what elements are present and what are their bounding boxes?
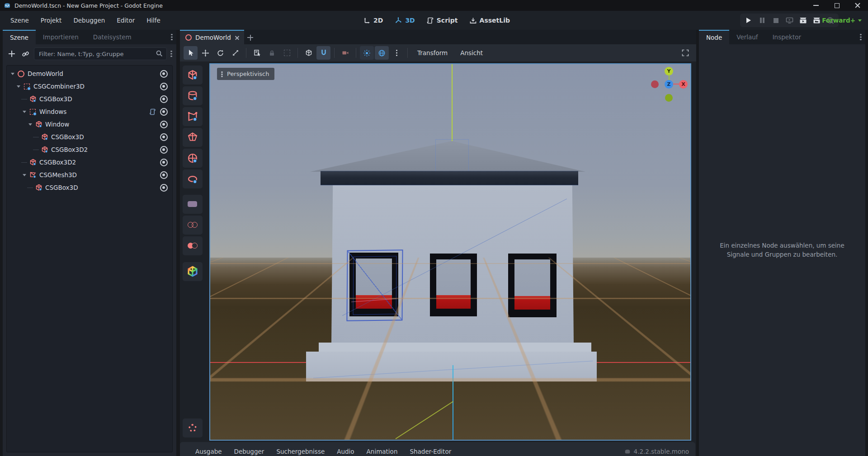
tab-assetlib[interactable]: AssetLib [470, 17, 510, 24]
csg-mesh-button[interactable] [183, 128, 203, 147]
play-custom-scene-button[interactable] [811, 14, 822, 26]
local-space-button[interactable] [302, 46, 316, 60]
environment-preview-button[interactable] [375, 46, 389, 60]
tab-script[interactable]: Script [427, 17, 458, 24]
tree-row-csgbox3d[interactable]: CSGBox3D [20, 93, 172, 105]
instance-scene-button[interactable] [20, 49, 30, 59]
pause-button[interactable] [756, 14, 768, 26]
boolean-union-button[interactable] [183, 195, 203, 214]
menu-dots-icon[interactable] [860, 34, 862, 41]
select-tool-button[interactable] [184, 46, 198, 60]
transform-menu[interactable]: Transform [411, 49, 453, 56]
tab-szene[interactable]: Szene [3, 30, 36, 44]
orientation-gizmo[interactable]: Y X Z [651, 66, 688, 103]
sun-preview-button[interactable] [360, 46, 374, 60]
close-button[interactable] [847, 0, 868, 11]
boolean-intersection-button[interactable] [183, 216, 203, 235]
tree-row-window[interactable]: Window [26, 118, 172, 131]
remote-debug-button[interactable] [783, 14, 795, 26]
menu-szene[interactable]: Szene [5, 14, 35, 26]
tab-3d[interactable]: 3D [395, 17, 415, 24]
visibility-toggle[interactable] [159, 108, 169, 116]
visibility-toggle[interactable] [159, 121, 169, 128]
visibility-toggle[interactable] [159, 83, 169, 90]
scale-tool-button[interactable] [228, 46, 242, 60]
tree-row-csgbox3d2[interactable]: CSGBox3D2 [20, 156, 172, 169]
menu-dots-icon[interactable] [170, 51, 172, 57]
tree-row-csgmesh3d[interactable]: CSGMesh3D [20, 169, 172, 181]
tab-suchergebnisse[interactable]: Suchergebnisse [276, 448, 325, 455]
gizmo-y-positive[interactable]: Y [665, 67, 673, 75]
boolean-subtraction-button[interactable] [183, 236, 203, 255]
menu-editor[interactable]: Editor [111, 14, 141, 26]
expand-arrow[interactable] [20, 174, 28, 176]
menu-debuggen[interactable]: Debuggen [67, 14, 111, 26]
visibility-toggle[interactable] [159, 70, 169, 78]
tab-2d[interactable]: 2D [363, 17, 383, 24]
play-button[interactable] [743, 14, 755, 26]
menu-hilfe[interactable]: Hilfe [141, 14, 166, 26]
list-select-button[interactable] [250, 46, 264, 60]
camera-preview-button[interactable] [338, 46, 352, 60]
tab-audio[interactable]: Audio [337, 448, 354, 455]
visibility-toggle[interactable] [159, 146, 169, 154]
expand-arrow[interactable] [20, 111, 28, 113]
visibility-toggle[interactable] [159, 133, 169, 141]
csg-torus-button[interactable] [183, 169, 203, 188]
tree-row-csgbox3d2[interactable]: CSGBox3D2 [32, 143, 172, 156]
tab-shader-editor[interactable]: Shader-Editor [410, 448, 451, 455]
tab-node[interactable]: Node [699, 30, 729, 44]
close-tab-icon[interactable] [235, 35, 240, 40]
viewport-options-button[interactable] [390, 46, 404, 60]
visibility-toggle[interactable] [159, 171, 169, 179]
move-tool-button[interactable] [198, 46, 212, 60]
gizmo-x-negative[interactable] [651, 80, 659, 88]
tree-row-windows[interactable]: Windows [20, 105, 172, 118]
gizmo-y-negative[interactable] [665, 94, 673, 102]
view-menu[interactable]: Ansicht [454, 49, 489, 56]
expand-viewport-button[interactable] [679, 47, 692, 59]
rotate-tool-button[interactable] [213, 46, 227, 60]
tab-inspektor[interactable]: Inspektor [765, 30, 808, 44]
tab-debugger[interactable]: Debugger [234, 448, 264, 455]
lock-button[interactable] [265, 46, 279, 60]
tab-animation[interactable]: Animation [367, 448, 398, 455]
csg-polygon-button[interactable] [183, 107, 203, 126]
material-cube-button[interactable] [183, 262, 203, 281]
menu-projekt[interactable]: Projekt [35, 14, 68, 26]
filter-input[interactable] [34, 47, 167, 60]
tree-row-demoworld[interactable]: DemoWorld [9, 67, 172, 80]
expand-arrow[interactable] [14, 85, 22, 88]
csg-box-button[interactable] [183, 66, 203, 85]
scene-tab-demoworld[interactable]: DemoWorld [180, 30, 244, 44]
stop-button[interactable] [770, 14, 782, 26]
expand-arrow[interactable] [9, 73, 16, 75]
tab-ausgabe[interactable]: Ausgabe [195, 448, 222, 455]
new-scene-tab-button[interactable] [244, 31, 257, 44]
tree-row-csgbox3d[interactable]: CSGBox3D [32, 131, 172, 143]
script-button[interactable] [148, 108, 158, 115]
play-scene-button[interactable] [797, 14, 809, 26]
gizmo-z-positive[interactable]: Z [665, 80, 673, 89]
gizmo-x-positive[interactable]: X [679, 80, 688, 89]
visibility-toggle[interactable] [159, 95, 169, 103]
visibility-toggle[interactable] [159, 159, 169, 166]
csg-settings-button[interactable] [183, 418, 203, 437]
tab-verlauf[interactable]: Verlauf [729, 30, 765, 44]
perspective-menu[interactable]: Perspektivisch [217, 68, 274, 80]
tree-row-csgcombiner3d[interactable]: CSGCombiner3D [14, 80, 172, 93]
minimize-button[interactable] [806, 0, 826, 11]
menu-dots-icon[interactable] [171, 34, 173, 41]
snap-button[interactable] [316, 46, 330, 60]
group-button[interactable] [280, 46, 294, 60]
tab-dateisystem[interactable]: Dateisystem [86, 30, 139, 44]
visibility-toggle[interactable] [159, 184, 169, 192]
restore-button[interactable] [826, 0, 847, 11]
viewport-3d[interactable]: Perspektivisch Y X Z [209, 63, 691, 441]
add-node-button[interactable] [7, 49, 17, 59]
tab-importieren[interactable]: Importieren [36, 30, 86, 44]
renderer-selector[interactable]: Forward+ [822, 11, 862, 30]
version-info[interactable]: 4.2.2.stable.mono [624, 448, 689, 455]
tree-row-csgbox3d[interactable]: CSGBox3D [26, 181, 172, 194]
expand-arrow[interactable] [26, 123, 34, 126]
